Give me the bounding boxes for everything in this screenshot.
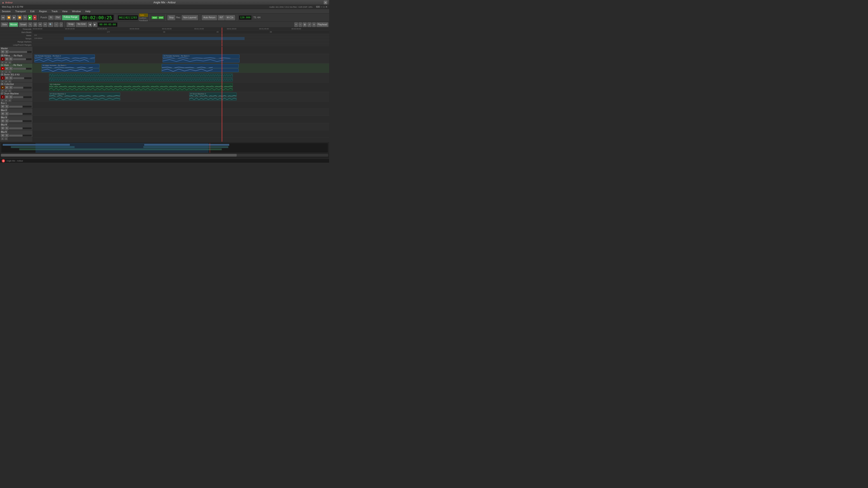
close-button[interactable]: ✕ — [324, 1, 327, 4]
track-06-mute[interactable]: M — [5, 86, 8, 89]
track-04-g[interactable]: G — [8, 70, 11, 73]
clip-04-1-bottom[interactable] — [41, 68, 99, 72]
menu-edit[interactable]: Edit — [29, 10, 35, 13]
track-06-rec[interactable]: ● — [1, 86, 4, 89]
bars-track[interactable]: 177 33 49 65 — [33, 31, 329, 34]
bus5-g[interactable]: G — [4, 137, 8, 140]
fast-back-button[interactable]: ⏪ — [6, 15, 11, 20]
track-05-p[interactable]: P — [1, 80, 4, 83]
timecode-track[interactable]: 00:00:00:00 00:00:15:00 00:00:30:00 00:0… — [33, 28, 329, 31]
bus5-mute[interactable]: M — [1, 134, 4, 137]
punch-out-button[interactable]: Out — [55, 15, 61, 20]
bus4-fader[interactable] — [9, 127, 32, 129]
zoom-out-button[interactable]: − — [299, 22, 302, 27]
clip-07-2-bottom[interactable] — [189, 97, 237, 101]
bus5-a[interactable]: A — [1, 137, 4, 140]
track-07-rec[interactable]: ● — [1, 95, 4, 98]
minimize-button[interactable]: ─ — [321, 6, 322, 8]
track-04-mute[interactable]: M — [5, 67, 8, 70]
bus5-solo[interactable]: S — [5, 134, 8, 137]
stretch-tool[interactable]: ↔ — [54, 22, 59, 27]
bus4-mute[interactable]: M — [1, 127, 4, 130]
snap-button[interactable]: Snap — [67, 22, 75, 27]
edit-point-clock[interactable]: 00:00:05:00 — [98, 22, 118, 27]
track-07-lane[interactable]: 07 Drum Machine 2 07 Drum Machine 3 — [33, 92, 329, 101]
track-07-solo[interactable]: S — [9, 95, 13, 98]
menu-window[interactable]: Window — [71, 10, 82, 13]
track-05-mute[interactable]: M — [5, 76, 8, 79]
rewind-button[interactable]: ⏮ — [1, 15, 5, 20]
nav-right-button[interactable]: ▶ — [93, 22, 97, 27]
clip-03-1[interactable]: 03 Female Humana - Re Back 2 — [34, 55, 95, 59]
track-05-rec[interactable]: ● — [1, 76, 4, 79]
menu-help[interactable]: Help — [85, 10, 92, 13]
clip-05-1[interactable] — [49, 73, 233, 77]
horizontal-scrollbar[interactable] — [1, 154, 328, 157]
track-06-solo[interactable]: S — [9, 86, 13, 89]
cursor-tool[interactable]: ↖ — [28, 22, 32, 27]
zoom-tool[interactable]: 🔍 — [48, 22, 53, 27]
playhead-label[interactable]: Playhead — [316, 22, 328, 27]
fit-button[interactable]: ⊞ — [303, 22, 307, 27]
track-04-solo[interactable]: S — [9, 67, 13, 70]
clip-07-1-bottom[interactable] — [49, 97, 120, 101]
bus3-fader[interactable] — [9, 120, 32, 122]
track-03-a[interactable]: A — [4, 61, 8, 64]
auto-return-button[interactable]: Auto Return — [202, 15, 217, 20]
mini-timeline[interactable] — [1, 143, 328, 153]
bus1-mute[interactable]: M — [1, 105, 4, 108]
menu-region[interactable]: Region — [38, 10, 48, 13]
clip-03-2-bottom[interactable] — [162, 59, 240, 63]
track-07-p[interactable]: P — [1, 99, 4, 102]
bus1-solo[interactable]: S — [5, 105, 8, 108]
track-04-a[interactable]: A — [4, 70, 8, 73]
clip-04-2[interactable] — [162, 64, 239, 68]
bus3-mute[interactable]: M — [1, 119, 4, 123]
track-canvas[interactable]: 03 Female Humana - Re Back 2 03 Female H… — [33, 47, 329, 142]
menu-track[interactable]: Track — [51, 10, 59, 13]
range-markers-track[interactable] — [33, 40, 329, 43]
track-04-p[interactable]: P — [1, 70, 4, 73]
non-layered-button[interactable]: Non-Layered — [182, 15, 198, 20]
track-04-fader[interactable] — [13, 68, 32, 70]
start-marker-btn[interactable]: start — [152, 16, 158, 19]
punch-in-button[interactable]: In — [49, 15, 53, 20]
clip-06-2[interactable] — [49, 88, 233, 91]
track-06-fader[interactable] — [13, 87, 32, 89]
track-03-g[interactable]: G — [8, 61, 11, 64]
clip-03-1-bottom[interactable] — [34, 59, 95, 63]
end-marker-btn[interactable]: end — [158, 16, 164, 19]
clip-06-1[interactable]: 06 Collective — [49, 83, 233, 87]
bus3-solo[interactable]: S — [5, 119, 8, 123]
track-03-solo[interactable]: S — [9, 57, 13, 61]
loop-punch-track[interactable] — [33, 43, 329, 46]
clip-07-1[interactable]: 07 Drum Machine 2 — [49, 92, 120, 96]
track-06-a[interactable]: A — [4, 90, 8, 92]
main-clock[interactable]: 00:02:00:25 — [80, 14, 114, 21]
track-07-fader[interactable] — [13, 96, 32, 98]
master-solo[interactable]: S — [5, 50, 8, 53]
clip-04-1[interactable]: 04 Male Humana - Re Back 1 — [41, 64, 99, 68]
solo-button[interactable]: Solo — [139, 13, 148, 17]
bus2-fader[interactable] — [9, 113, 32, 115]
tempo-track[interactable]: 120.000/4 — [33, 37, 329, 40]
master-mute[interactable]: M — [1, 50, 4, 53]
audition-tool[interactable]: ♪ — [59, 22, 63, 27]
track-04-rec[interactable]: ● — [1, 67, 4, 70]
secondary-clock[interactable]: 061|02|1293 — [118, 15, 138, 20]
track-05-lane[interactable] — [33, 73, 329, 83]
track-06-g[interactable]: G — [8, 90, 11, 92]
play-button[interactable]: ▶ — [12, 15, 16, 20]
maximize-button[interactable]: □ — [323, 6, 324, 8]
bus4-solo[interactable]: S — [5, 127, 8, 130]
bus1-fader[interactable] — [9, 106, 32, 107]
fit-tracks[interactable]: ≡ — [312, 22, 316, 27]
smart-tool-button[interactable]: Smart — [19, 22, 27, 27]
track-05-g[interactable]: G — [8, 80, 11, 83]
clip-03-2[interactable]: 03 Female Humana - Re Back 3 — [162, 55, 240, 59]
fast-fwd-button[interactable]: ⏩ — [17, 15, 22, 20]
clip-07-2[interactable]: 07 Drum Machine 3 — [189, 92, 237, 96]
track-07-g[interactable]: G — [8, 99, 11, 102]
zoom-in-button[interactable]: + — [294, 22, 298, 27]
bus2-solo[interactable]: S — [5, 112, 8, 115]
